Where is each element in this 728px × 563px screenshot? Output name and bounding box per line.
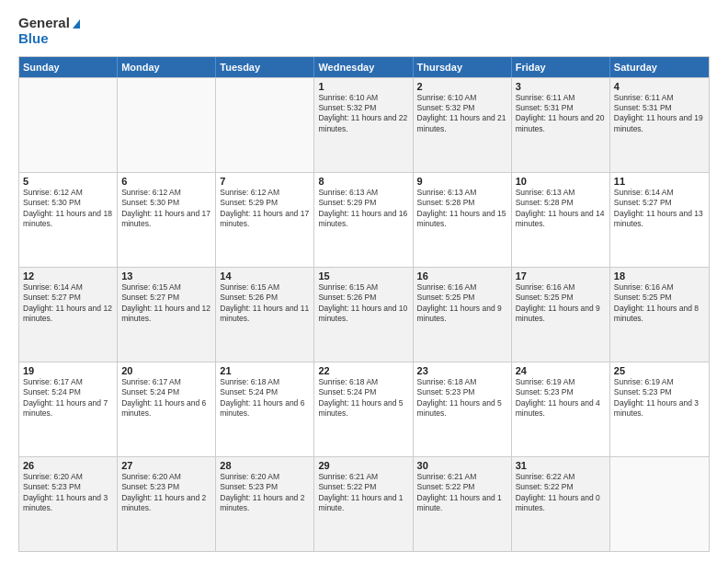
day-number: 5 bbox=[23, 176, 113, 187]
cell-info: Sunrise: 6:15 AMSunset: 5:26 PMDaylight:… bbox=[220, 282, 310, 325]
day-number: 16 bbox=[417, 270, 507, 282]
day-cell-1: 1 Sunrise: 6:10 AMSunset: 5:32 PMDayligh… bbox=[314, 78, 413, 172]
day-cell-28: 28 Sunrise: 6:20 AMSunset: 5:23 PMDaylig… bbox=[216, 457, 314, 551]
day-cell-26: 26 Sunrise: 6:20 AMSunset: 5:23 PMDaylig… bbox=[19, 457, 118, 551]
cell-info: Sunrise: 6:14 AMSunset: 5:27 PMDaylight:… bbox=[614, 188, 705, 230]
day-number: 11 bbox=[614, 176, 705, 187]
day-number: 8 bbox=[318, 176, 408, 187]
day-cell-20: 20 Sunrise: 6:17 AMSunset: 5:24 PMDaylig… bbox=[118, 362, 216, 456]
day-number: 3 bbox=[516, 81, 606, 92]
day-number: 14 bbox=[220, 270, 310, 282]
cell-info: Sunrise: 6:10 AMSunset: 5:32 PMDaylight:… bbox=[417, 93, 507, 135]
logo: General Blue bbox=[18, 15, 80, 47]
day-number: 9 bbox=[417, 176, 507, 187]
cell-info: Sunrise: 6:19 AMSunset: 5:23 PMDaylight:… bbox=[614, 377, 705, 419]
day-number: 25 bbox=[614, 365, 705, 376]
day-cell-21: 21 Sunrise: 6:18 AMSunset: 5:24 PMDaylig… bbox=[216, 362, 314, 456]
day-cell-19: 19 Sunrise: 6:17 AMSunset: 5:24 PMDaylig… bbox=[19, 362, 118, 456]
header-sunday: Sunday bbox=[19, 57, 118, 77]
cell-info: Sunrise: 6:14 AMSunset: 5:27 PMDaylight:… bbox=[23, 282, 113, 325]
day-number: 30 bbox=[417, 460, 507, 471]
cell-info: Sunrise: 6:11 AMSunset: 5:31 PMDaylight:… bbox=[516, 93, 606, 135]
day-cell-10: 10 Sunrise: 6:13 AMSunset: 5:28 PMDaylig… bbox=[512, 173, 610, 267]
day-cell-17: 17 Sunrise: 6:16 AMSunset: 5:25 PMDaylig… bbox=[512, 268, 610, 362]
day-cell-18: 18 Sunrise: 6:16 AMSunset: 5:25 PMDaylig… bbox=[610, 268, 709, 362]
day-number: 2 bbox=[417, 81, 507, 92]
cell-info: Sunrise: 6:11 AMSunset: 5:31 PMDaylight:… bbox=[614, 93, 705, 135]
day-number: 28 bbox=[220, 460, 310, 471]
day-cell-27: 27 Sunrise: 6:20 AMSunset: 5:23 PMDaylig… bbox=[118, 457, 216, 551]
day-cell-7: 7 Sunrise: 6:12 AMSunset: 5:29 PMDayligh… bbox=[216, 173, 314, 267]
day-cell-3: 3 Sunrise: 6:11 AMSunset: 5:31 PMDayligh… bbox=[512, 78, 610, 172]
header-thursday: Thursday bbox=[414, 57, 512, 77]
day-number: 21 bbox=[220, 365, 310, 376]
day-number: 10 bbox=[516, 176, 606, 187]
day-number: 20 bbox=[121, 365, 211, 376]
day-number: 31 bbox=[516, 460, 606, 471]
cell-info: Sunrise: 6:22 AMSunset: 5:22 PMDaylight:… bbox=[516, 472, 606, 514]
cell-info: Sunrise: 6:12 AMSunset: 5:29 PMDaylight:… bbox=[220, 188, 310, 230]
calendar-row-3: 12 Sunrise: 6:14 AMSunset: 5:27 PMDaylig… bbox=[19, 267, 709, 362]
cell-info: Sunrise: 6:13 AMSunset: 5:29 PMDaylight:… bbox=[318, 188, 408, 230]
cell-info: Sunrise: 6:13 AMSunset: 5:28 PMDaylight:… bbox=[516, 188, 606, 230]
header-saturday: Saturday bbox=[610, 57, 709, 77]
day-cell-15: 15 Sunrise: 6:15 AMSunset: 5:26 PMDaylig… bbox=[314, 268, 413, 362]
day-number: 13 bbox=[121, 270, 211, 282]
header-tuesday: Tuesday bbox=[216, 57, 314, 77]
empty-cell-0-2 bbox=[216, 78, 314, 172]
day-number: 22 bbox=[318, 365, 408, 376]
day-cell-9: 9 Sunrise: 6:13 AMSunset: 5:28 PMDayligh… bbox=[414, 173, 512, 267]
cell-info: Sunrise: 6:17 AMSunset: 5:24 PMDaylight:… bbox=[121, 377, 211, 419]
day-number: 18 bbox=[614, 270, 705, 282]
cell-info: Sunrise: 6:15 AMSunset: 5:27 PMDaylight:… bbox=[121, 282, 211, 325]
header-wednesday: Wednesday bbox=[314, 57, 413, 77]
cell-info: Sunrise: 6:16 AMSunset: 5:25 PMDaylight:… bbox=[614, 282, 705, 325]
day-cell-29: 29 Sunrise: 6:21 AMSunset: 5:22 PMDaylig… bbox=[314, 457, 413, 551]
day-cell-12: 12 Sunrise: 6:14 AMSunset: 5:27 PMDaylig… bbox=[19, 268, 118, 362]
empty-cell-0-0 bbox=[19, 78, 118, 172]
day-number: 24 bbox=[516, 365, 606, 376]
day-cell-14: 14 Sunrise: 6:15 AMSunset: 5:26 PMDaylig… bbox=[216, 268, 314, 362]
day-number: 1 bbox=[318, 81, 408, 92]
cell-info: Sunrise: 6:12 AMSunset: 5:30 PMDaylight:… bbox=[23, 188, 113, 230]
logo-blue: Blue bbox=[18, 30, 80, 46]
cell-info: Sunrise: 6:20 AMSunset: 5:23 PMDaylight:… bbox=[220, 472, 310, 514]
cell-info: Sunrise: 6:13 AMSunset: 5:28 PMDaylight:… bbox=[417, 188, 507, 230]
day-cell-5: 5 Sunrise: 6:12 AMSunset: 5:30 PMDayligh… bbox=[19, 173, 118, 267]
calendar-body: 1 Sunrise: 6:10 AMSunset: 5:32 PMDayligh… bbox=[19, 77, 709, 552]
day-number: 27 bbox=[121, 460, 211, 471]
day-number: 15 bbox=[318, 270, 408, 282]
page: General Blue SundayMondayTuesdayWednesda… bbox=[0, 0, 728, 563]
day-number: 6 bbox=[121, 176, 211, 187]
cell-info: Sunrise: 6:20 AMSunset: 5:23 PMDaylight:… bbox=[23, 472, 113, 514]
header-friday: Friday bbox=[512, 57, 610, 77]
calendar: SundayMondayTuesdayWednesdayThursdayFrid… bbox=[18, 56, 710, 553]
day-number: 26 bbox=[23, 460, 113, 471]
day-cell-13: 13 Sunrise: 6:15 AMSunset: 5:27 PMDaylig… bbox=[118, 268, 216, 362]
cell-info: Sunrise: 6:19 AMSunset: 5:23 PMDaylight:… bbox=[516, 377, 606, 419]
day-cell-25: 25 Sunrise: 6:19 AMSunset: 5:23 PMDaylig… bbox=[610, 362, 709, 456]
calendar-row-1: 1 Sunrise: 6:10 AMSunset: 5:32 PMDayligh… bbox=[19, 77, 709, 172]
day-number: 7 bbox=[220, 176, 310, 187]
day-cell-31: 31 Sunrise: 6:22 AMSunset: 5:22 PMDaylig… bbox=[512, 457, 610, 551]
calendar-header: SundayMondayTuesdayWednesdayThursdayFrid… bbox=[19, 57, 709, 77]
day-cell-24: 24 Sunrise: 6:19 AMSunset: 5:23 PMDaylig… bbox=[512, 362, 610, 456]
day-cell-22: 22 Sunrise: 6:18 AMSunset: 5:24 PMDaylig… bbox=[314, 362, 413, 456]
cell-info: Sunrise: 6:18 AMSunset: 5:24 PMDaylight:… bbox=[220, 377, 310, 419]
empty-cell-0-1 bbox=[118, 78, 216, 172]
cell-info: Sunrise: 6:16 AMSunset: 5:25 PMDaylight:… bbox=[417, 282, 507, 325]
empty-cell-4-6 bbox=[610, 457, 709, 551]
day-cell-6: 6 Sunrise: 6:12 AMSunset: 5:30 PMDayligh… bbox=[118, 173, 216, 267]
day-cell-8: 8 Sunrise: 6:13 AMSunset: 5:29 PMDayligh… bbox=[314, 173, 413, 267]
day-number: 4 bbox=[614, 81, 705, 92]
header-monday: Monday bbox=[118, 57, 216, 77]
calendar-row-5: 26 Sunrise: 6:20 AMSunset: 5:23 PMDaylig… bbox=[19, 456, 709, 551]
calendar-row-2: 5 Sunrise: 6:12 AMSunset: 5:30 PMDayligh… bbox=[19, 172, 709, 267]
day-cell-2: 2 Sunrise: 6:10 AMSunset: 5:32 PMDayligh… bbox=[414, 78, 512, 172]
cell-info: Sunrise: 6:18 AMSunset: 5:24 PMDaylight:… bbox=[318, 377, 408, 419]
day-cell-30: 30 Sunrise: 6:21 AMSunset: 5:22 PMDaylig… bbox=[414, 457, 512, 551]
cell-info: Sunrise: 6:12 AMSunset: 5:30 PMDaylight:… bbox=[121, 188, 211, 230]
calendar-row-4: 19 Sunrise: 6:17 AMSunset: 5:24 PMDaylig… bbox=[19, 362, 709, 456]
day-cell-4: 4 Sunrise: 6:11 AMSunset: 5:31 PMDayligh… bbox=[610, 78, 709, 172]
cell-info: Sunrise: 6:18 AMSunset: 5:23 PMDaylight:… bbox=[417, 377, 507, 419]
